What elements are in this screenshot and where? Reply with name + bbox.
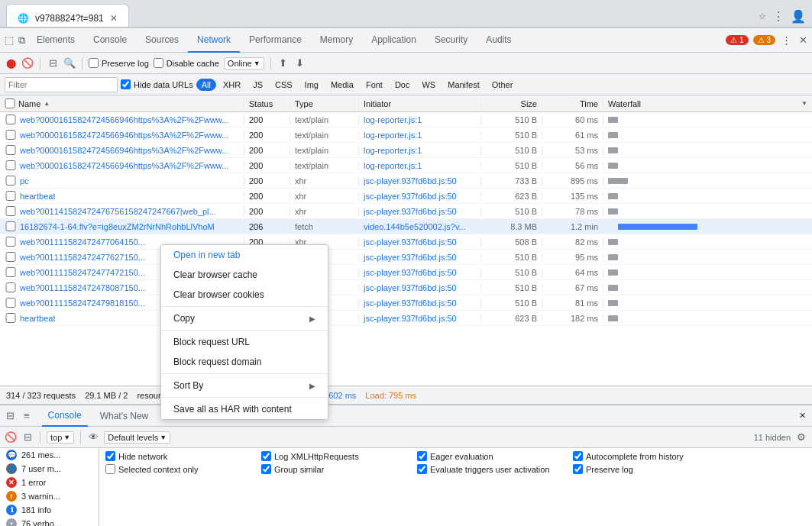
record-button[interactable]: ⬤ (5, 57, 17, 69)
row-name[interactable]: web?001111582472477064150... (20, 237, 145, 247)
select-all-checkbox[interactable] (5, 98, 15, 108)
filter-ws[interactable]: WS (416, 79, 441, 91)
context-menu-item[interactable]: Open in new tab (161, 245, 328, 265)
row-name[interactable]: heartbeat (20, 314, 55, 323)
console-option[interactable]: Group similar (261, 464, 414, 474)
console-option[interactable]: Log XMLHttpRequests (261, 451, 414, 461)
import-icon[interactable]: ⬆ (277, 57, 290, 69)
console-list-item[interactable]: ℹ 181 info (0, 503, 99, 517)
row-name[interactable]: web?00001615824724566946https%3A%2F%2Fww… (20, 146, 228, 155)
filter-manifest[interactable]: Manifest (442, 79, 485, 91)
filter-input[interactable] (5, 77, 118, 92)
row-name[interactable]: web?00001615824724566946https%3A%2F%2Fww… (20, 131, 228, 140)
filter-icon[interactable]: ⊟ (47, 57, 59, 69)
clear-button[interactable]: 🚫 (21, 57, 34, 69)
tab-whats-new[interactable]: What's New (94, 405, 155, 427)
table-row[interactable]: 16182674-1-64.flv?e=ig8euxZM2rNrNhRohbLl… (0, 219, 812, 234)
context-menu-item[interactable]: Sort By▶ (161, 376, 328, 395)
console-option[interactable]: Selected context only (105, 464, 258, 474)
console-list-item[interactable]: ! 3 warnin... (0, 489, 99, 503)
row-name[interactable]: web?001141582472476756158247247667|web_p… (20, 207, 216, 216)
row-name[interactable]: pc (20, 176, 29, 186)
row-checkbox[interactable] (5, 160, 17, 170)
row-checkbox[interactable] (5, 282, 17, 292)
table-row[interactable]: web?001111582472477627150... 200 xhr jsc… (0, 250, 812, 265)
option-checkbox[interactable] (417, 451, 427, 461)
row-checkbox[interactable] (5, 191, 17, 201)
bookmark-icon[interactable]: ☆ (759, 11, 766, 21)
row-initiator[interactable]: jsc-player.937fd6bd.js:50 (359, 298, 481, 308)
row-checkbox[interactable] (5, 145, 17, 155)
context-menu-item[interactable]: Block request URL (161, 332, 328, 352)
console-option[interactable]: Evaluate triggers user activation (417, 464, 570, 474)
filter-font[interactable]: Font (361, 79, 388, 91)
option-checkbox[interactable] (573, 451, 583, 461)
row-checkbox[interactable] (5, 115, 17, 124)
row-initiator[interactable]: log-reporter.js:1 (359, 161, 481, 170)
console-option[interactable]: Eager evaluation (417, 451, 570, 461)
col-header-name[interactable]: Name ▲ (0, 98, 244, 108)
tab-network[interactable]: Network (188, 28, 240, 53)
filter-all[interactable]: All (196, 79, 216, 91)
context-menu-item[interactable]: Copy▶ (161, 308, 328, 328)
col-header-time[interactable]: Time (542, 99, 603, 108)
row-initiator[interactable]: jsc-player.937fd6bd.js:50 (359, 176, 481, 186)
filter-console-icon[interactable]: ⊟ (21, 431, 34, 444)
table-row[interactable]: web?001111582472477472150... 200 xhr jsc… (0, 265, 812, 280)
option-checkbox[interactable] (573, 464, 583, 474)
disable-cache-checkbox[interactable]: Disable cache (154, 58, 219, 68)
table-row[interactable]: web?00001615824724566946https%3A%2F%2Fww… (0, 143, 812, 158)
row-name[interactable]: web?001111582472478087150... (20, 283, 145, 292)
row-initiator[interactable]: video.144b5e520002.js?v... (359, 222, 481, 231)
table-row[interactable]: web?001111582472479818150... 200 xhr jsc… (0, 295, 812, 311)
table-row[interactable]: web?00001615824724566946https%3A%2F%2Fww… (0, 112, 812, 127)
console-option[interactable]: Hide network (105, 451, 258, 461)
row-initiator[interactable]: jsc-player.937fd6bd.js:50 (359, 237, 481, 247)
row-name[interactable]: web?001111582472477472150... (20, 268, 145, 277)
log-levels-select[interactable]: Default levels ▼ (104, 431, 170, 444)
table-row[interactable]: web?001141582472476756158247247667|web_p… (0, 204, 812, 219)
row-name[interactable]: web?001111582472479818150... (20, 298, 145, 308)
table-row[interactable]: web?00001615824724566946https%3A%2F%2Fww… (0, 158, 812, 173)
filter-other[interactable]: Other (487, 79, 519, 91)
option-checkbox[interactable] (261, 451, 271, 461)
col-header-initiator[interactable]: Initiator (359, 99, 481, 108)
close-bottom-icon[interactable]: ✕ (799, 411, 806, 421)
row-checkbox[interactable] (5, 252, 17, 262)
tab-performance[interactable]: Performance (240, 28, 311, 53)
option-checkbox[interactable] (261, 464, 271, 474)
row-initiator[interactable]: jsc-player.937fd6bd.js:50 (359, 283, 481, 292)
col-header-size[interactable]: Size (481, 99, 542, 108)
menu-dots-icon[interactable]: ⋮ (772, 9, 785, 24)
tab-console-bottom[interactable]: Console (42, 405, 88, 427)
hide-data-urls-checkbox[interactable]: Hide data URLs (121, 79, 193, 89)
search-icon[interactable]: 🔍 (63, 57, 76, 69)
row-initiator[interactable]: log-reporter.js:1 (359, 115, 481, 124)
col-header-waterfall[interactable]: Waterfall ▼ (603, 99, 812, 108)
tab-memory[interactable]: Memory (311, 28, 362, 53)
option-checkbox[interactable] (105, 451, 115, 461)
throttle-select[interactable]: Online ▼ (224, 57, 264, 69)
col-header-type[interactable]: Type (290, 99, 359, 108)
table-row[interactable]: heartbeat 200 xhr jsc-player.937fd6bd.js… (0, 311, 812, 326)
context-menu-item[interactable]: Save all as HAR with content (161, 399, 328, 419)
devtools-more-icon[interactable]: ⋮ (780, 34, 792, 47)
tab-console[interactable]: Console (84, 28, 136, 53)
devtools-dock-icon[interactable]: ⬚ (3, 34, 15, 47)
tab-audits[interactable]: Audits (477, 28, 520, 53)
devtools-close-icon[interactable]: ✕ (797, 34, 809, 47)
row-name[interactable]: web?00001615824724566946https%3A%2F%2Fww… (20, 115, 228, 124)
bottom-icons[interactable]: ⊟ (6, 410, 15, 421)
top-context-select[interactable]: top ▼ (47, 431, 74, 444)
row-checkbox[interactable] (5, 267, 17, 277)
context-menu-item[interactable]: Clear browser cookies (161, 285, 328, 305)
devtools-undock-icon[interactable]: ⧉ (15, 34, 27, 47)
row-checkbox[interactable] (5, 237, 17, 247)
row-initiator[interactable]: log-reporter.js:1 (359, 131, 481, 140)
tab-security[interactable]: Security (425, 28, 477, 53)
row-checkbox[interactable] (5, 176, 17, 186)
row-checkbox[interactable] (5, 298, 17, 308)
row-checkbox[interactable] (5, 313, 17, 323)
filter-media[interactable]: Media (325, 79, 359, 91)
row-initiator[interactable]: jsc-player.937fd6bd.js:50 (359, 268, 481, 277)
